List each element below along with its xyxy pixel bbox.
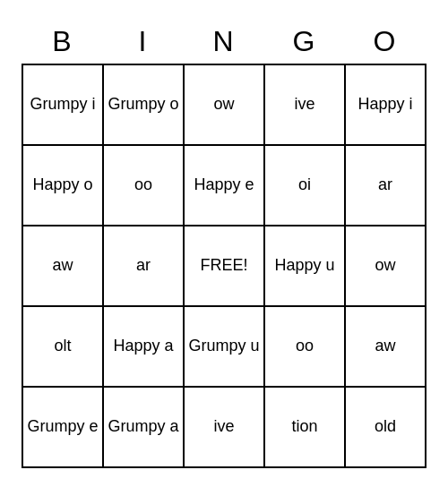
header-letter-N: N <box>183 19 263 64</box>
grid-cell-0-3: ive <box>265 65 346 146</box>
header-letter-B: B <box>22 19 102 64</box>
header-letter-I: I <box>102 19 183 64</box>
grid-cell-1-4: ar <box>346 146 426 226</box>
grid-row-3: oltHappy aGrumpy uooaw <box>23 307 426 388</box>
grid-row-0: Grumpy iGrumpy oowiveHappy i <box>23 65 426 146</box>
header-letter-G: G <box>263 19 344 64</box>
grid-cell-0-4: Happy i <box>346 65 426 146</box>
grid-cell-2-2: FREE! <box>185 226 265 307</box>
grid-cell-3-3: oo <box>265 307 346 388</box>
grid-cell-4-4: old <box>346 388 426 468</box>
grid-cell-3-1: Happy a <box>104 307 185 388</box>
grid-cell-4-1: Grumpy a <box>104 388 185 468</box>
grid-cell-0-1: Grumpy o <box>104 65 185 146</box>
grid-cell-4-0: Grumpy e <box>23 388 104 468</box>
grid-cell-0-2: ow <box>185 65 265 146</box>
grid-cell-1-0: Happy o <box>23 146 104 226</box>
grid-cell-1-3: oi <box>265 146 346 226</box>
grid-row-2: awarFREE!Happy uow <box>23 226 426 307</box>
grid-cell-2-3: Happy u <box>265 226 346 307</box>
header-letter-O: O <box>344 19 425 64</box>
grid-cell-2-4: ow <box>346 226 426 307</box>
grid-cell-4-2: ive <box>185 388 265 468</box>
grid-row-4: Grumpy eGrumpy aivetionold <box>23 388 426 468</box>
grid-cell-2-1: ar <box>104 226 185 307</box>
grid-cell-4-3: tion <box>265 388 346 468</box>
grid-cell-3-2: Grumpy u <box>185 307 265 388</box>
grid-cell-1-1: oo <box>104 146 185 226</box>
grid-row-1: Happy oooHappy eoiar <box>23 146 426 226</box>
bingo-grid: Grumpy iGrumpy oowiveHappy iHappy oooHap… <box>22 64 426 468</box>
bingo-card: BINGO Grumpy iGrumpy oowiveHappy iHappy … <box>22 19 426 468</box>
grid-cell-2-0: aw <box>23 226 104 307</box>
grid-cell-1-2: Happy e <box>185 146 265 226</box>
grid-cell-3-4: aw <box>346 307 426 388</box>
grid-cell-0-0: Grumpy i <box>23 65 104 146</box>
header-row: BINGO <box>22 19 426 64</box>
grid-cell-3-0: olt <box>23 307 104 388</box>
